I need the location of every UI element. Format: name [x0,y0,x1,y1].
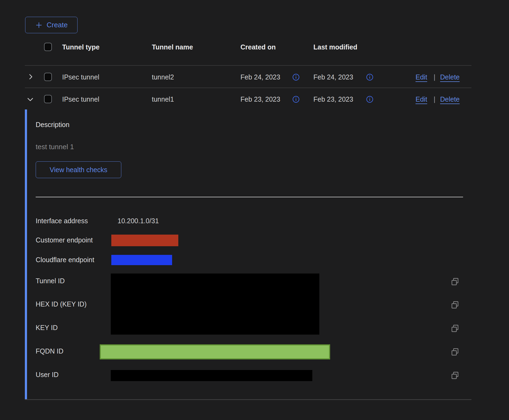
created-on-cell: Feb 24, 2023 [240,73,280,81]
chevron-right-icon[interactable] [26,73,35,81]
action-separator: | [434,73,436,81]
row-checkbox[interactable] [44,95,52,103]
copy-icon[interactable] [450,371,460,380]
expanded-row-accent-bar [25,109,27,399]
tunnel-name-cell: tunnel1 [152,95,174,103]
created-on-cell: Feb 23, 2023 [240,95,280,103]
column-header-created-on: Created on [240,43,276,51]
detail-label-cloudflare-endpoint: Cloudflare endpoint [36,256,94,264]
row-checkbox[interactable] [44,73,52,81]
view-health-checks-button[interactable]: View health checks [36,161,121,178]
create-button[interactable]: Create [25,17,78,33]
action-separator: | [434,95,436,103]
expanded-row-bottom-divider [25,399,471,400]
redacted-tunnel-hex-key-ids [111,274,319,335]
tunnel-type-cell: IPsec tunnel [62,95,99,103]
info-icon[interactable] [366,74,373,81]
redacted-user-id [111,370,312,381]
edit-link[interactable]: Edit [416,73,427,81]
copy-icon[interactable] [450,324,460,333]
description-value: test tunnel 1 [36,143,74,151]
detail-label-tunnel-id: Tunnel ID [36,277,65,285]
redacted-cloudflare-endpoint [111,255,172,265]
detail-label-hex-id: HEX ID (KEY ID) [36,300,86,308]
info-icon[interactable] [292,74,300,81]
tunnel-name-cell: tunnel2 [152,73,174,81]
info-icon[interactable] [292,96,300,103]
detail-label-customer-endpoint: Customer endpoint [36,236,93,244]
detail-label-interface-address: Interface address [36,217,88,225]
last-modified-cell: Feb 24, 2023 [313,73,353,81]
create-button-label: Create [46,21,68,29]
last-modified-cell: Feb 23, 2023 [313,95,353,103]
redacted-customer-endpoint [111,235,178,246]
header-divider [25,65,471,66]
column-header-tunnel-name: Tunnel name [152,43,193,51]
description-label: Description [36,121,69,129]
plus-icon [35,21,43,29]
column-header-tunnel-type: Tunnel type [62,43,99,51]
detail-value-interface-address: 10.200.1.0/31 [118,217,159,225]
column-header-last-modified: Last modified [313,43,357,51]
edit-link[interactable]: Edit [416,95,427,103]
delete-link[interactable]: Delete [440,73,460,81]
panel-divider [36,197,463,197]
detail-label-user-id: User ID [36,371,59,379]
copy-icon[interactable] [450,300,460,310]
row-divider [25,88,471,88]
info-icon[interactable] [366,96,373,103]
copy-icon[interactable] [450,277,460,286]
select-all-checkbox[interactable] [44,43,52,51]
copy-icon[interactable] [450,347,460,357]
delete-link[interactable]: Delete [440,95,460,103]
tunnel-type-cell: IPsec tunnel [62,73,99,81]
chevron-down-icon[interactable] [26,95,35,104]
redacted-fqdn-id [100,344,330,359]
detail-label-fqdn-id: FQDN ID [36,347,63,355]
tunnels-page: Create Tunnel type Tunnel name Created o… [0,0,509,420]
detail-label-key-id: KEY ID [36,324,58,332]
